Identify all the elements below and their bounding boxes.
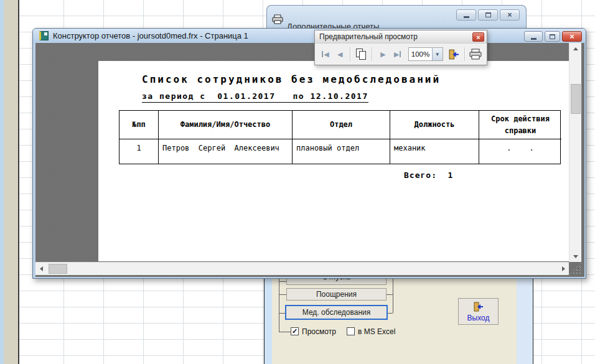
horizontal-scrollbar[interactable] — [35, 262, 569, 275]
screen: Дополнительные отчеты × Отпуска Поощрени… — [0, 0, 595, 364]
table-header: Фамилия/Имя/Отчество — [158, 111, 292, 139]
connector-line — [279, 294, 286, 295]
restore-button[interactable] — [545, 31, 560, 42]
excel-checkbox-label: в MS Excel — [358, 327, 395, 336]
grid-border-line — [18, 0, 19, 364]
close-icon: × — [569, 32, 574, 41]
rewards-button-label: Поощрения — [316, 290, 357, 299]
page-thumbnails-button[interactable] — [355, 47, 368, 62]
minimize-button[interactable] — [524, 31, 543, 42]
chevron-down-icon: ▼ — [435, 52, 440, 57]
toolbar-separator — [464, 47, 466, 61]
report-designer-titlebar[interactable]: Конструктор отчетов - joursotd0med.frx -… — [33, 29, 586, 43]
connector-line — [279, 279, 279, 332]
previous-page-button[interactable]: ◀ — [334, 47, 346, 62]
report-total: Всего: 1 — [404, 170, 453, 180]
exit-button-label: Выход — [467, 314, 490, 322]
check-icon: ✓ — [292, 327, 298, 335]
medical-exams-button[interactable]: Мед. обследования — [285, 305, 388, 320]
medical-exams-button-label: Мед. обследования — [302, 308, 370, 317]
minimize-icon — [531, 38, 536, 40]
scroll-down-icon — [573, 255, 578, 258]
pages-icon — [356, 49, 367, 60]
connector-line — [279, 332, 291, 332]
notebook-icon — [39, 31, 49, 40]
scroll-down-button[interactable] — [569, 251, 582, 262]
restore-button[interactable] — [478, 9, 498, 21]
restore-icon — [485, 12, 491, 17]
row-header-strip — [4, 0, 18, 364]
preview-toolbar-window: Предварительный просмотр × ◀ ◀ ▶ ▶ — [314, 30, 487, 65]
report-designer-title: Конструктор отчетов - joursotd0med.frx -… — [53, 31, 248, 40]
exit-door-icon — [448, 49, 460, 60]
next-page-icon: ▶ — [380, 50, 385, 58]
toolbar-separator — [372, 47, 373, 61]
preview-toolbar-title: Предварительный просмотр — [319, 32, 418, 41]
first-page-icon — [322, 51, 323, 57]
last-page-icon: ▶ — [394, 50, 399, 58]
scroll-right-icon — [562, 266, 565, 271]
last-page-button[interactable]: ▶ — [391, 47, 404, 62]
table-cell: плановый отдел — [292, 139, 390, 164]
preview-client-area: Список сотрудников без медобследований з… — [35, 43, 584, 277]
excel-checkbox[interactable] — [347, 327, 355, 335]
previous-page-icon: ◀ — [337, 50, 342, 58]
rewards-button[interactable]: Поощрения — [286, 288, 387, 301]
report-designer-window: Конструктор отчетов - joursotd0med.frx -… — [32, 28, 586, 279]
preview-toolbar-titlebar[interactable]: Предварительный просмотр × — [315, 30, 487, 44]
table-cell: 1 — [119, 139, 158, 164]
table-cell: . . — [479, 139, 561, 164]
table-header: Отдел — [292, 111, 390, 139]
scroll-up-button[interactable] — [569, 43, 582, 54]
printer-icon — [272, 14, 283, 24]
zoom-value: 100% — [409, 48, 432, 60]
minimize-button[interactable] — [456, 9, 476, 21]
reports-form-window-titlebar[interactable]: Дополнительные отчеты × — [266, 5, 527, 31]
caption-buttons: × — [524, 31, 582, 42]
preview-toolbar-buttons: ◀ ◀ ▶ ▶ 100% ▼ — [315, 44, 487, 65]
table-cell: механик — [390, 139, 479, 164]
close-preview-button[interactable] — [447, 47, 461, 62]
connector-line — [393, 279, 393, 313]
table-header: Срок действия справки — [479, 111, 561, 139]
zoom-combobox[interactable]: 100% ▼ — [408, 47, 443, 61]
connector-line — [279, 313, 285, 314]
horizontal-scroll-thumb[interactable] — [49, 264, 67, 274]
reports-form-caption-buttons: × — [456, 9, 520, 21]
connector-line — [388, 313, 393, 314]
resize-grip[interactable] — [569, 263, 581, 274]
close-icon: × — [507, 11, 512, 19]
report-period: за период с 01.01.2017 по 12.10.2017 — [142, 91, 368, 103]
close-button[interactable]: × — [500, 9, 520, 21]
scroll-right-button[interactable] — [558, 263, 569, 275]
restore-icon — [550, 34, 555, 39]
connector-line — [387, 294, 393, 295]
form-left-border — [265, 279, 272, 364]
close-button[interactable]: × — [562, 31, 582, 42]
printer-icon — [469, 49, 482, 60]
report-title: Список сотрудников без медобследований — [142, 73, 441, 85]
reports-form-window: Отпуска Поощрения Мед. обследования ✓ Пр… — [264, 279, 533, 364]
report-page: Список сотрудников без медобследований з… — [98, 61, 569, 261]
connector-line — [279, 281, 286, 282]
last-page-icon — [400, 51, 401, 57]
report-table: №пп Фамилия/Имя/Отчество Отдел Должность… — [119, 110, 561, 164]
close-icon: × — [476, 34, 480, 41]
form-right-border — [517, 279, 533, 364]
minimize-icon — [464, 16, 469, 18]
first-page-button[interactable]: ◀ — [319, 47, 332, 62]
scroll-up-icon — [573, 47, 578, 50]
first-page-icon: ◀ — [324, 50, 329, 58]
toolbar-separator — [350, 47, 351, 61]
vertical-scrollbar[interactable] — [569, 43, 581, 262]
print-button[interactable] — [469, 47, 482, 62]
table-header: №пп — [119, 111, 158, 139]
preview-checkbox-label: Просмотр — [302, 327, 336, 336]
scroll-left-button[interactable] — [35, 263, 47, 275]
preview-checkbox[interactable]: ✓ — [291, 327, 299, 335]
vertical-scroll-thumb[interactable] — [571, 84, 581, 114]
exit-button[interactable]: Выход — [458, 298, 499, 325]
next-page-button[interactable]: ▶ — [377, 47, 389, 62]
zoom-dropdown-button[interactable]: ▼ — [432, 48, 443, 60]
close-button[interactable]: × — [472, 32, 484, 42]
